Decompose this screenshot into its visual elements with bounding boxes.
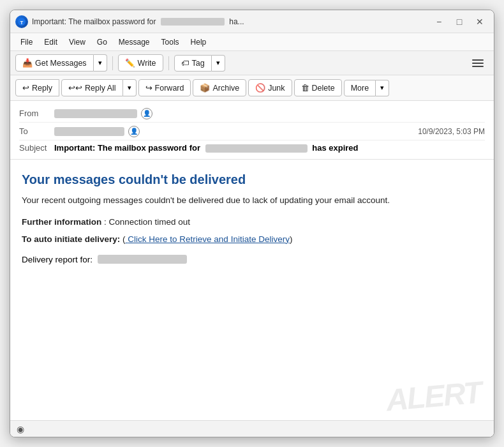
- forward-label: Forward: [155, 84, 184, 93]
- get-messages-label: Get Messages: [35, 59, 87, 68]
- menu-help[interactable]: Help: [186, 36, 212, 48]
- toolbar-divider-1: [112, 56, 113, 70]
- menu-tools[interactable]: Tools: [156, 36, 184, 48]
- delete-label: Delete: [312, 84, 335, 93]
- reply-all-dropdown[interactable]: ▾: [123, 79, 137, 96]
- forward-icon: ↪: [145, 83, 152, 93]
- get-messages-group: 📥 Get Messages ▾: [15, 54, 107, 72]
- email-timestamp: 10/9/2023, 5:03 PM: [418, 127, 485, 136]
- hamburger-line-3: [472, 66, 484, 67]
- email-body: Your messages couldn't be delivered Your…: [10, 160, 494, 420]
- to-address-redacted: [54, 127, 124, 136]
- reply-button[interactable]: ↩ Reply: [15, 79, 59, 96]
- subject-text: Important: The mailbox password for has …: [54, 143, 358, 153]
- to-contact-icon[interactable]: 👤: [128, 126, 140, 137]
- title-suffix: ha...: [229, 17, 244, 26]
- get-messages-icon: 📥: [22, 58, 33, 68]
- reply-all-group: ↩↩ Reply All ▾: [61, 79, 137, 96]
- delivery-report-label: Delivery report for:: [22, 255, 93, 264]
- subject-row: Subject Important: The mailbox password …: [19, 140, 485, 155]
- status-bar: ◉: [10, 420, 494, 437]
- from-contact-icon[interactable]: 👤: [141, 108, 152, 119]
- from-label: From: [19, 109, 54, 118]
- menu-go[interactable]: Go: [92, 36, 112, 48]
- status-icon: ◉: [17, 424, 24, 434]
- from-value: 👤: [54, 108, 485, 119]
- menu-message[interactable]: Message: [114, 36, 155, 48]
- tag-dropdown[interactable]: ▾: [212, 55, 225, 72]
- tag-label: Tag: [192, 59, 205, 68]
- window-title: Important: The mailbox password for ha..…: [32, 17, 430, 26]
- reply-all-icon: ↩↩: [68, 83, 82, 93]
- auto-label: To auto initiate delivery:: [22, 234, 120, 244]
- further-value: : Connection timed out: [104, 217, 190, 227]
- archive-button[interactable]: 📦 Archive: [193, 79, 246, 96]
- further-info-row: Further information : Connection timed o…: [22, 216, 482, 229]
- to-value: 👤: [54, 126, 418, 137]
- app-icon: T: [15, 15, 28, 28]
- toolbar: 📥 Get Messages ▾ ✏️ Write 🏷 Tag ▾: [10, 51, 494, 75]
- subject-text-start: Important: The mailbox password for: [54, 143, 200, 153]
- more-button[interactable]: More: [344, 80, 376, 96]
- reply-all-label: Reply All: [85, 84, 116, 93]
- get-messages-button[interactable]: 📥 Get Messages: [15, 54, 94, 72]
- action-bar: ↩ Reply ↩↩ Reply All ▾ ↪ Forward 📦 Archi…: [10, 75, 494, 101]
- tag-button[interactable]: 🏷 Tag: [174, 55, 212, 72]
- more-dropdown[interactable]: ▾: [376, 80, 389, 96]
- junk-button[interactable]: 🚫 Junk: [248, 79, 292, 96]
- auto-delivery-row: To auto initiate delivery: ( Click Here …: [22, 233, 482, 246]
- toolbar-divider-2: [168, 56, 169, 70]
- more-label: More: [351, 84, 369, 93]
- delivery-link-text: Click Here to Retrieve and Initiate Deli…: [128, 234, 290, 244]
- subject-suffix: has expired: [312, 143, 358, 153]
- to-row: To 👤 10/9/2023, 5:03 PM: [19, 123, 485, 140]
- svg-text:T: T: [20, 19, 24, 25]
- email-window: T Important: The mailbox password for ha…: [10, 10, 494, 437]
- reply-label: Reply: [32, 84, 52, 93]
- maximize-button[interactable]: □: [450, 14, 468, 29]
- hamburger-line-1: [472, 59, 484, 61]
- junk-label: Junk: [268, 84, 285, 93]
- delete-icon: 🗑: [301, 83, 309, 93]
- forward-button[interactable]: ↪ Forward: [138, 79, 191, 96]
- reply-icon: ↩: [22, 83, 29, 93]
- write-button[interactable]: ✏️ Write: [118, 54, 163, 72]
- from-row: From 👤: [19, 105, 485, 123]
- more-group: More ▾: [344, 80, 389, 96]
- from-address-redacted: [54, 109, 137, 118]
- email-paragraph1: Your recent outgoing messages couldn't b…: [22, 194, 482, 207]
- delivery-report-row: Delivery report for:: [22, 255, 482, 264]
- window-controls: − □ ✕: [430, 14, 489, 29]
- archive-icon: 📦: [200, 83, 210, 93]
- close-button[interactable]: ✕: [471, 14, 489, 29]
- title-text: Important: The mailbox password for: [32, 17, 156, 26]
- menu-view[interactable]: View: [64, 36, 91, 48]
- reply-all-button[interactable]: ↩↩ Reply All: [61, 79, 123, 96]
- tag-icon: 🏷: [181, 59, 189, 68]
- further-label: Further information: [22, 217, 101, 227]
- get-messages-dropdown[interactable]: ▾: [94, 54, 107, 72]
- minimize-button[interactable]: −: [430, 14, 448, 29]
- write-label: Write: [138, 59, 156, 68]
- tag-group: 🏷 Tag ▾: [174, 55, 225, 72]
- hamburger-line-2: [472, 63, 484, 64]
- reply-group: ↩ Reply: [15, 79, 59, 96]
- hamburger-button[interactable]: [467, 56, 489, 71]
- menu-edit[interactable]: Edit: [39, 36, 63, 48]
- delivery-link[interactable]: Click Here to Retrieve and Initiate Deli…: [126, 234, 290, 244]
- watermark: ALERT: [385, 375, 482, 418]
- write-icon: ✏️: [125, 58, 135, 68]
- archive-label: Archive: [212, 84, 239, 93]
- to-label: To: [19, 126, 54, 136]
- junk-icon: 🚫: [255, 83, 265, 93]
- email-header: From 👤 To 👤 10/9/2023, 5:03 PM Subject I…: [10, 101, 494, 160]
- subject-label: Subject: [19, 143, 54, 153]
- title-bar: T Important: The mailbox password for ha…: [10, 10, 494, 33]
- auto-link-suffix: ): [290, 234, 293, 244]
- menu-file[interactable]: File: [15, 36, 38, 48]
- subject-redacted: [205, 144, 308, 153]
- delete-button[interactable]: 🗑 Delete: [294, 79, 342, 96]
- menu-bar: File Edit View Go Message Tools Help: [10, 33, 494, 51]
- email-main-heading: Your messages couldn't be delivered: [22, 171, 482, 188]
- delivery-address-redacted: [98, 255, 187, 264]
